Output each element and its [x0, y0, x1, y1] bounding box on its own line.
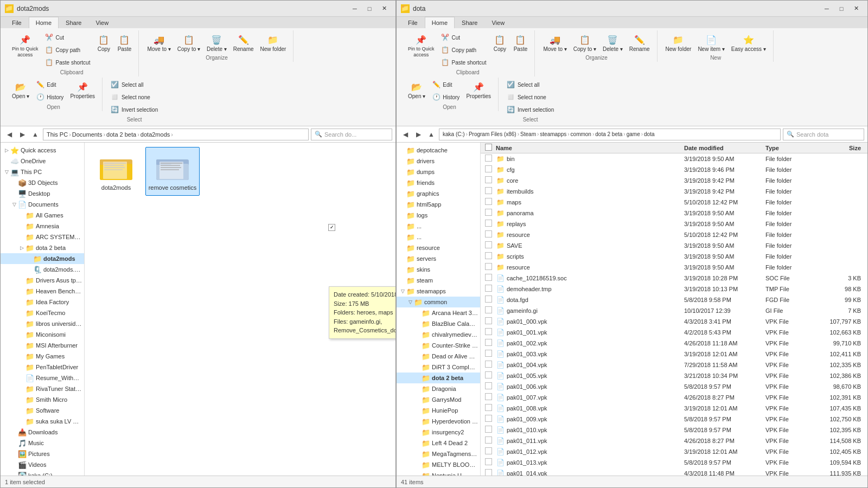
right-tree-skins[interactable]: 📁 skins [397, 264, 480, 275]
file-row[interactable]: 📁 bin 3/19/2018 9:50 AM File folder [481, 153, 867, 164]
right-open-button[interactable]: 📂 Open ▾ [405, 79, 428, 101]
file-row[interactable]: 📄 pak01_013.vpk 5/8/2018 9:57 PM VPK Fil… [481, 457, 867, 468]
right-newfolder-button[interactable]: 📁 New folder [663, 31, 694, 54]
right-minimize-button[interactable]: ─ [820, 3, 834, 14]
right-tree-depotcache[interactable]: 📁 depotcache [397, 145, 480, 156]
left-tab-home[interactable]: Home [29, 17, 59, 28]
tree-suka[interactable]: 📁 suka suka LV ENG [1, 416, 84, 427]
right-properties-button[interactable]: 📌 Properties [463, 79, 494, 101]
right-copyto-button[interactable]: 📋 Copy to ▾ [571, 31, 599, 54]
file-row[interactable]: 📄 pak01_000.vpk 4/3/2018 3:41 PM VPK Fil… [481, 316, 867, 327]
right-select-all-button[interactable]: ☑️ Select all [504, 79, 557, 91]
left-close-button[interactable]: ✕ [377, 3, 391, 14]
tree-dota2mods[interactable]: 📁 dota2mods [1, 253, 84, 264]
right-search-box[interactable]: 🔍 Search dota [783, 129, 864, 140]
tree-quick-access[interactable]: ▷ ⭐ Quick access [1, 145, 84, 156]
right-tree-garrysmod[interactable]: 📁 GarrysMod [397, 394, 480, 405]
file-row[interactable]: 📄 cache_102186519.soc 3/19/2018 10:28 PM… [481, 273, 867, 284]
left-search-box[interactable]: 🔍 Search do... [311, 129, 392, 140]
right-tree-resource3[interactable]: 📁 resource [397, 242, 480, 253]
path-documents[interactable]: Documents [72, 131, 103, 138]
right-tree-hyperdevotion[interactable]: 📁 Hyperdevotion No... [397, 416, 480, 427]
file-row[interactable]: 📄 pak01_009.vpk 5/8/2018 9:57 PM VPK Fil… [481, 414, 867, 425]
path-steamapps[interactable]: steamapps [540, 131, 566, 137]
right-tree-dirt[interactable]: 📁 DiRT 3 Complete E... [397, 362, 480, 373]
file-row[interactable]: 📄 dota.fgd 5/8/2018 9:58 PM FGD File 99 … [481, 294, 867, 305]
left-paste-button[interactable]: 📋 Paste [114, 31, 134, 54]
right-tree-dumps[interactable]: 📁 dumps [397, 166, 480, 177]
folder-checkbox[interactable]: ✓ [328, 223, 335, 231]
tree-miconisomi[interactable]: 📁 Miconisomi [1, 329, 84, 340]
tree-rivatuner[interactable]: 📁 RivaTuner Statistics Server [1, 383, 84, 394]
tree-amnesia[interactable]: 📁 Amnesia [1, 221, 84, 232]
right-tree-html5app[interactable]: 📁 html5app [397, 199, 480, 210]
folder-remove-cosmetics[interactable]: remove cosmetics [145, 147, 200, 196]
file-row[interactable]: 📄 demoheader.tmp 3/19/2018 10:13 PM TMP … [481, 284, 867, 294]
tree-libros[interactable]: 📁 libros universidad [1, 318, 84, 329]
tree-pictures[interactable]: 🖼️ Pictures [1, 448, 84, 459]
right-newitem-button[interactable]: 📄 New item ▾ [695, 31, 727, 54]
left-copyto-button[interactable]: 📋 Copy to ▾ [175, 31, 203, 54]
file-row[interactable]: 📁 resource 5/10/2018 12:42 PM File folde… [481, 229, 867, 240]
right-move-button[interactable]: 🚚 Move to ▾ [540, 31, 569, 54]
right-back-button[interactable]: ◀ [400, 129, 411, 140]
file-row[interactable]: 📄 pak01_002.vpk 4/26/2018 11:18 AM VPK F… [481, 338, 867, 349]
right-up-button[interactable]: ▲ [426, 129, 437, 140]
file-row[interactable]: 📄 pak01_003.vpk 3/19/2018 12:01 AM VPK F… [481, 349, 867, 359]
tree-dota2mods-zip[interactable]: 🗜️ dota2mods.zip [1, 264, 84, 275]
right-tree-dragonia[interactable]: 📁 Dragonia [397, 383, 480, 394]
tree-onedrive[interactable]: ☁️ OneDrive [1, 156, 84, 166]
right-delete-button[interactable]: 🗑️ Delete ▾ [600, 31, 626, 54]
left-delete-button[interactable]: 🗑️ Delete ▾ [204, 31, 229, 54]
right-tree-melty[interactable]: 📁 MELTY BLOOD Act... [397, 459, 480, 470]
path-common[interactable]: common [571, 131, 591, 137]
file-row[interactable]: 📄 pak01_001.vpk 4/2/2018 5:43 PM VPK Fil… [481, 327, 867, 338]
tree-msi[interactable]: 📁 MSI Afterburner [1, 340, 84, 351]
left-paste-shortcut-button[interactable]: 📋 Paste shortcut [42, 56, 93, 68]
tree-downloads[interactable]: 📥 Downloads [1, 427, 84, 438]
left-edit-button[interactable]: ✏️ Edit [33, 79, 66, 91]
right-rename-button[interactable]: ✏️ Rename [627, 31, 653, 54]
tree-documents[interactable]: ▽ 📄 Documents [1, 199, 84, 210]
right-tree-servers[interactable]: 📁 servers [397, 253, 480, 264]
right-tree-logs[interactable]: 📁 logs [397, 210, 480, 221]
file-row[interactable]: 📄 pak01_008.vpk 3/19/2018 12:01 AM VPK F… [481, 403, 867, 414]
right-tree-csgo[interactable]: 📁 Counter-Strike Glo... [397, 340, 480, 351]
path-dota2beta[interactable]: dota 2 beta [106, 131, 136, 138]
left-rename-button[interactable]: ✏️ Rename [231, 31, 257, 54]
right-paste-button[interactable]: 📋 Paste [510, 31, 530, 54]
right-tree-insurgency[interactable]: 📁 insurgency2 [397, 427, 480, 438]
file-row[interactable]: 📄 pak01_010.vpk 5/8/2018 9:57 PM VPK Fil… [481, 425, 867, 435]
file-row[interactable]: 📁 replays 3/19/2018 9:50 AM File folder [481, 219, 867, 229]
right-tree-resource1[interactable]: 📁 ... [397, 221, 480, 232]
right-tree-steam[interactable]: 📁 steam [397, 275, 480, 286]
right-tree-chivalry[interactable]: 📁 chivalrymedievalw... [397, 329, 480, 340]
right-tree-doa[interactable]: 📁 Dead or Alive 5 Las... [397, 351, 480, 362]
right-tree-graphics[interactable]: 📁 graphics [397, 188, 480, 199]
left-select-none-button[interactable]: ◻️ Select none [108, 91, 161, 103]
left-tab-file[interactable]: File [5, 17, 29, 28]
left-newfolder-button[interactable]: 📁 New folder [258, 31, 289, 54]
tree-mygames[interactable]: 📁 My Games [1, 351, 84, 362]
left-minimize-button[interactable]: ─ [348, 3, 362, 14]
left-history-button[interactable]: 🕐 History [33, 91, 66, 103]
right-history-button[interactable]: 🕐 History [429, 91, 462, 103]
right-tree-megatag[interactable]: 📁 MegaTagmension [397, 448, 480, 459]
path-dota2mods[interactable]: dota2mods [141, 131, 170, 138]
right-tree-common[interactable]: ▽ 📁 common [397, 297, 480, 307]
tree-pentablet[interactable]: 📁 PenTabletDriver [1, 362, 84, 373]
right-tab-home[interactable]: Home [425, 17, 455, 28]
right-tab-share[interactable]: Share [455, 17, 484, 28]
right-forward-button[interactable]: ▶ [413, 129, 424, 140]
path-steam[interactable]: Steam [520, 131, 536, 137]
right-copy-path-button[interactable]: 📋 Copy path [438, 44, 489, 56]
right-tree-friends[interactable]: 📁 friends [397, 177, 480, 188]
right-cut-button[interactable]: ✂️ Cut [438, 31, 489, 43]
left-tab-view[interactable]: View [88, 17, 116, 28]
right-easyaccess-button[interactable]: ⭐ Easy access ▾ [729, 31, 769, 54]
tree-arc[interactable]: 📁 ARC SYSTEM WORKS [1, 232, 84, 242]
left-forward-button[interactable]: ▶ [17, 129, 28, 140]
path-thispc[interactable]: This PC [47, 131, 68, 138]
right-edit-button[interactable]: ✏️ Edit [429, 79, 462, 91]
tree-smith[interactable]: 📁 Smith Micro [1, 394, 84, 405]
